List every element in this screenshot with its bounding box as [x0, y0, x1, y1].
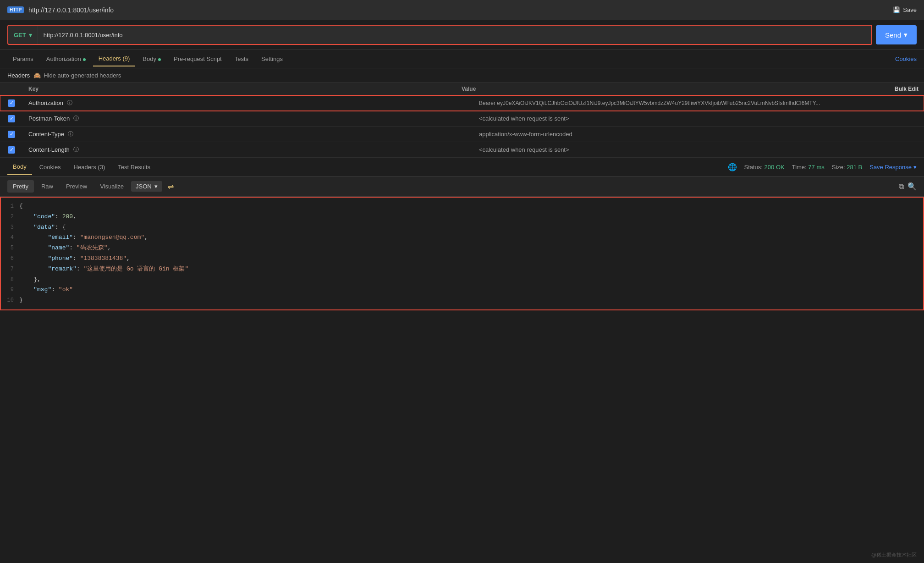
line-content: "email": "manongsen@qq.com",: [19, 232, 923, 243]
json-line: 1 {: [1, 201, 923, 212]
json-line: 8 },: [1, 275, 923, 285]
time-label: Time: 77 ms: [792, 164, 825, 171]
line-number: 4: [1, 232, 19, 243]
save-response-button[interactable]: Save Response ▾: [869, 164, 917, 171]
size-label: Size: 281 B: [832, 164, 863, 171]
row4-value: <calculated when request is sent>: [473, 143, 924, 157]
format-tab-visualize[interactable]: Visualize: [94, 180, 129, 193]
row4-key-label: Content-Length: [28, 146, 70, 153]
json-line: 5 "name": "码农先森",: [1, 243, 923, 254]
row1-info-icon[interactable]: ⓘ: [67, 99, 72, 107]
table-row: Content-Length ⓘ <calculated when reques…: [0, 142, 924, 158]
response-tab-cookies[interactable]: Cookies: [34, 160, 66, 174]
size-value: 281 B: [847, 164, 862, 171]
url-input[interactable]: [38, 26, 871, 44]
save-disk-icon: 💾: [893, 6, 900, 13]
json-line: 9 "msg": "ok": [1, 285, 923, 295]
format-type-chevron: ▾: [154, 183, 158, 190]
row1-checkbox[interactable]: [8, 99, 15, 107]
format-tab-preview[interactable]: Preview: [60, 180, 93, 193]
format-tabs: Pretty Raw Preview Visualize JSON ▾ ⇌: [7, 180, 177, 193]
tab-authorization[interactable]: Authorization: [41, 52, 91, 66]
send-label: Send: [885, 31, 901, 39]
line-content: "data": {: [19, 222, 923, 233]
response-tab-body[interactable]: Body: [7, 160, 32, 175]
line-content: },: [19, 275, 923, 285]
row4-info-icon[interactable]: ⓘ: [73, 146, 79, 154]
row1-checkbox-cell: [0, 96, 23, 110]
title-bar: HTTP http://127.0.0.1:8001/user/info 💾 S…: [0, 0, 924, 20]
cookies-link[interactable]: Cookies: [895, 55, 917, 62]
body-format-bar: Pretty Raw Preview Visualize JSON ▾ ⇌ ⧉ …: [0, 177, 924, 197]
title-url: http://127.0.0.1:8001/user/info: [28, 6, 114, 14]
format-type-label: JSON: [136, 183, 152, 190]
tab-headers[interactable]: Headers (9): [93, 51, 136, 66]
row3-value: application/x-www-form-urlencoded: [473, 127, 924, 141]
json-body: 1 { 2 "code": 200, 3 "data": { 4 "email"…: [0, 197, 924, 310]
row2-info-icon[interactable]: ⓘ: [73, 115, 79, 122]
row2-value: <calculated when request is sent>: [473, 111, 924, 126]
tab-tests[interactable]: Tests: [229, 52, 254, 66]
tab-body[interactable]: Body: [137, 52, 166, 66]
tab-params[interactable]: Params: [7, 52, 39, 66]
save-response-chevron: ▾: [913, 164, 917, 171]
url-input-group: GET ▾: [7, 25, 872, 45]
line-content: }: [19, 295, 923, 306]
format-tab-pretty[interactable]: Pretty: [7, 180, 34, 193]
row2-value-text: <calculated when request is sent>: [479, 115, 569, 122]
format-tab-raw[interactable]: Raw: [36, 180, 59, 193]
line-number: 8: [1, 275, 19, 285]
wrap-icon[interactable]: ⇌: [164, 180, 177, 193]
row1-value-text: Bearer eyJ0eXAiOiJKV1QiLCJhbGciOiJIUzI1N…: [479, 100, 820, 106]
th-key: Key: [23, 86, 456, 92]
line-number: 2: [1, 212, 19, 222]
globe-icon: 🌐: [728, 163, 737, 171]
row3-key-label: Content-Type: [28, 131, 64, 138]
request-tabs: Params Authorization Headers (9) Body Pr…: [0, 50, 924, 68]
line-number: 10: [1, 295, 19, 306]
response-tab-headers[interactable]: Headers (3): [68, 160, 111, 174]
table-row: Postman-Token ⓘ <calculated when request…: [0, 111, 924, 127]
row3-checkbox-cell: [0, 127, 23, 142]
row1-key: Authorization ⓘ: [23, 95, 473, 110]
save-button[interactable]: 💾 Save: [893, 6, 917, 13]
http-icon: HTTP: [7, 6, 24, 13]
line-content: "phone": "13838381438",: [19, 254, 923, 264]
json-line: 4 "email": "manongsen@qq.com",: [1, 232, 923, 243]
row3-key: Content-Type ⓘ: [23, 127, 473, 142]
search-icon[interactable]: 🔍: [908, 182, 917, 191]
row2-checkbox[interactable]: [8, 115, 15, 122]
tab-prerequest[interactable]: Pre-request Script: [168, 52, 227, 66]
row3-value-text: application/x-www-form-urlencoded: [479, 131, 572, 138]
line-content: {: [19, 201, 923, 212]
table-row: Content-Type ⓘ application/x-www-form-ur…: [0, 127, 924, 142]
send-chevron-icon: ▾: [904, 31, 908, 39]
status-code: 200 OK: [764, 164, 785, 171]
status-label: Status: 200 OK: [744, 164, 785, 171]
url-bar: GET ▾ Send ▾: [0, 20, 924, 50]
save-response-label: Save Response: [869, 164, 912, 171]
row3-info-icon[interactable]: ⓘ: [68, 130, 73, 138]
row1-key-label: Authorization: [28, 99, 63, 106]
time-value: 77 ms: [808, 164, 824, 171]
row4-checkbox[interactable]: [8, 146, 15, 154]
response-tab-testresults[interactable]: Test Results: [112, 160, 156, 174]
row2-key: Postman-Token ⓘ: [23, 111, 473, 126]
method-selector[interactable]: GET ▾: [8, 26, 38, 44]
line-content: "name": "码农先森",: [19, 243, 923, 254]
save-label: Save: [903, 6, 917, 13]
line-content: "remark": "这里使用的是 Go 语言的 Gin 框架": [19, 264, 923, 275]
copy-icon[interactable]: ⧉: [899, 182, 904, 191]
format-type-selector[interactable]: JSON ▾: [131, 181, 162, 192]
hide-auto-button[interactable]: 🙈 Hide auto-generated headers: [33, 72, 121, 79]
line-content: "code": 200,: [19, 212, 923, 222]
json-lines: 1 { 2 "code": 200, 3 "data": { 4 "email"…: [1, 198, 923, 309]
row2-checkbox-cell: [0, 111, 23, 126]
th-checkbox: [0, 86, 23, 92]
tab-settings[interactable]: Settings: [256, 52, 288, 66]
line-content: "msg": "ok": [19, 285, 923, 295]
eye-icon: 🙈: [33, 72, 41, 79]
th-bulk-edit[interactable]: Bulk Edit: [889, 86, 924, 92]
send-button[interactable]: Send ▾: [876, 25, 917, 44]
row3-checkbox[interactable]: [8, 131, 15, 138]
